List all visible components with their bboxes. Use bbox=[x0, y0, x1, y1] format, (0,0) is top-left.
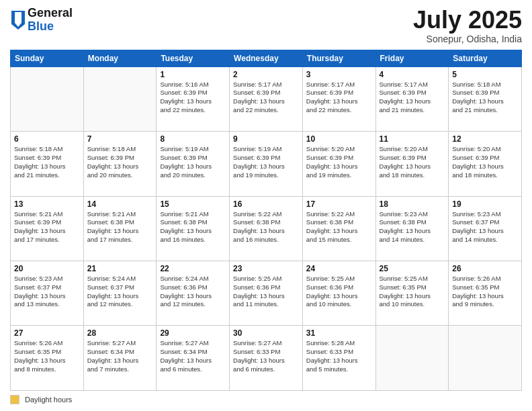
calendar-week-5: 27Sunrise: 5:26 AM Sunset: 6:35 PM Dayli… bbox=[11, 326, 522, 391]
day-number: 16 bbox=[233, 199, 299, 209]
header: General Blue July 2025 Sonepur, Odisha, … bbox=[10, 7, 522, 44]
calendar-cell: 5Sunrise: 5:18 AM Sunset: 6:39 PM Daylig… bbox=[449, 66, 522, 131]
logo-icon bbox=[11, 11, 25, 30]
day-info: Sunrise: 5:26 AM Sunset: 6:35 PM Dayligh… bbox=[14, 339, 80, 373]
calendar-cell: 13Sunrise: 5:21 AM Sunset: 6:39 PM Dayli… bbox=[11, 196, 84, 261]
day-info: Sunrise: 5:20 AM Sunset: 6:39 PM Dayligh… bbox=[452, 145, 518, 179]
weekday-header-wednesday: Wednesday bbox=[230, 50, 303, 66]
day-number: 24 bbox=[306, 264, 372, 273]
calendar-cell: 2Sunrise: 5:17 AM Sunset: 6:39 PM Daylig… bbox=[230, 66, 303, 131]
calendar-cell: 17Sunrise: 5:22 AM Sunset: 6:38 PM Dayli… bbox=[302, 196, 375, 261]
day-info: Sunrise: 5:24 AM Sunset: 6:37 PM Dayligh… bbox=[87, 275, 153, 309]
day-number: 25 bbox=[380, 264, 445, 273]
day-info: Sunrise: 5:19 AM Sunset: 6:39 PM Dayligh… bbox=[233, 145, 299, 179]
title-section: July 2025 Sonepur, Odisha, India bbox=[413, 7, 522, 44]
page: General Blue July 2025 Sonepur, Odisha, … bbox=[0, 0, 532, 411]
weekday-row: SundayMondayTuesdayWednesdayThursdayFrid… bbox=[11, 50, 522, 66]
day-info: Sunrise: 5:27 AM Sunset: 6:34 PM Dayligh… bbox=[160, 339, 226, 373]
day-number: 12 bbox=[452, 134, 518, 144]
calendar-cell: 30Sunrise: 5:27 AM Sunset: 6:33 PM Dayli… bbox=[230, 326, 303, 391]
day-number: 10 bbox=[306, 134, 372, 144]
calendar-cell: 25Sunrise: 5:25 AM Sunset: 6:35 PM Dayli… bbox=[375, 261, 449, 326]
calendar-body: 1Sunrise: 5:16 AM Sunset: 6:39 PM Daylig… bbox=[11, 66, 522, 390]
day-info: Sunrise: 5:23 AM Sunset: 6:37 PM Dayligh… bbox=[14, 275, 80, 309]
calendar-cell bbox=[83, 66, 157, 131]
calendar-cell: 1Sunrise: 5:16 AM Sunset: 6:39 PM Daylig… bbox=[157, 66, 230, 131]
weekday-header-friday: Friday bbox=[375, 50, 449, 66]
day-info: Sunrise: 5:28 AM Sunset: 6:33 PM Dayligh… bbox=[306, 339, 372, 373]
calendar-week-3: 13Sunrise: 5:21 AM Sunset: 6:39 PM Dayli… bbox=[11, 196, 522, 261]
calendar-cell: 8Sunrise: 5:19 AM Sunset: 6:39 PM Daylig… bbox=[157, 132, 230, 196]
calendar-cell: 28Sunrise: 5:27 AM Sunset: 6:34 PM Dayli… bbox=[83, 326, 157, 391]
calendar-cell: 20Sunrise: 5:23 AM Sunset: 6:37 PM Dayli… bbox=[11, 261, 84, 326]
day-number: 29 bbox=[160, 328, 226, 338]
day-number: 9 bbox=[233, 134, 299, 144]
day-info: Sunrise: 5:27 AM Sunset: 6:34 PM Dayligh… bbox=[87, 339, 153, 373]
day-info: Sunrise: 5:25 AM Sunset: 6:36 PM Dayligh… bbox=[306, 275, 372, 309]
day-info: Sunrise: 5:20 AM Sunset: 6:39 PM Dayligh… bbox=[380, 145, 445, 179]
day-number: 22 bbox=[160, 264, 226, 273]
calendar-cell: 27Sunrise: 5:26 AM Sunset: 6:35 PM Dayli… bbox=[11, 326, 84, 391]
day-number: 30 bbox=[233, 328, 299, 338]
day-info: Sunrise: 5:27 AM Sunset: 6:33 PM Dayligh… bbox=[233, 339, 299, 373]
weekday-header-monday: Monday bbox=[83, 50, 157, 66]
weekday-header-saturday: Saturday bbox=[449, 50, 522, 66]
calendar-cell: 14Sunrise: 5:21 AM Sunset: 6:38 PM Dayli… bbox=[83, 196, 157, 261]
day-number: 1 bbox=[160, 70, 226, 79]
day-info: Sunrise: 5:24 AM Sunset: 6:36 PM Dayligh… bbox=[160, 275, 226, 309]
calendar-cell: 6Sunrise: 5:18 AM Sunset: 6:39 PM Daylig… bbox=[11, 132, 84, 196]
day-number: 17 bbox=[306, 199, 372, 209]
day-info: Sunrise: 5:17 AM Sunset: 6:39 PM Dayligh… bbox=[306, 81, 372, 115]
daylight-swatch bbox=[10, 395, 19, 404]
day-info: Sunrise: 5:20 AM Sunset: 6:39 PM Dayligh… bbox=[306, 145, 372, 179]
calendar-cell: 11Sunrise: 5:20 AM Sunset: 6:39 PM Dayli… bbox=[375, 132, 449, 196]
calendar-cell: 19Sunrise: 5:23 AM Sunset: 6:37 PM Dayli… bbox=[449, 196, 522, 261]
calendar-week-4: 20Sunrise: 5:23 AM Sunset: 6:37 PM Dayli… bbox=[11, 261, 522, 326]
day-number: 31 bbox=[306, 328, 372, 338]
calendar-cell: 18Sunrise: 5:23 AM Sunset: 6:38 PM Dayli… bbox=[375, 196, 449, 261]
calendar-table: SundayMondayTuesdayWednesdayThursdayFrid… bbox=[10, 50, 522, 391]
day-info: Sunrise: 5:19 AM Sunset: 6:39 PM Dayligh… bbox=[160, 145, 226, 179]
calendar-cell: 23Sunrise: 5:25 AM Sunset: 6:36 PM Dayli… bbox=[230, 261, 303, 326]
day-info: Sunrise: 5:16 AM Sunset: 6:39 PM Dayligh… bbox=[160, 81, 226, 115]
day-number: 19 bbox=[452, 199, 518, 209]
weekday-header-sunday: Sunday bbox=[11, 50, 84, 66]
day-number: 4 bbox=[380, 70, 445, 79]
day-number: 7 bbox=[87, 134, 153, 144]
day-number: 21 bbox=[87, 264, 153, 273]
calendar-cell: 9Sunrise: 5:19 AM Sunset: 6:39 PM Daylig… bbox=[230, 132, 303, 196]
daylight-label: Daylight hours bbox=[25, 396, 72, 404]
day-info: Sunrise: 5:21 AM Sunset: 6:38 PM Dayligh… bbox=[160, 210, 226, 244]
day-number: 23 bbox=[233, 264, 299, 273]
logo: General Blue bbox=[10, 7, 73, 34]
logo-text: General Blue bbox=[28, 7, 73, 34]
calendar-header: SundayMondayTuesdayWednesdayThursdayFrid… bbox=[11, 50, 522, 66]
day-number: 13 bbox=[14, 199, 80, 209]
day-number: 14 bbox=[87, 199, 153, 209]
calendar-cell bbox=[449, 326, 522, 391]
day-info: Sunrise: 5:18 AM Sunset: 6:39 PM Dayligh… bbox=[452, 81, 518, 115]
calendar-cell: 7Sunrise: 5:18 AM Sunset: 6:39 PM Daylig… bbox=[83, 132, 157, 196]
footer: Daylight hours bbox=[10, 395, 522, 404]
day-number: 26 bbox=[452, 264, 518, 273]
calendar-cell: 15Sunrise: 5:21 AM Sunset: 6:38 PM Dayli… bbox=[157, 196, 230, 261]
day-number: 27 bbox=[14, 328, 80, 338]
day-number: 11 bbox=[380, 134, 445, 144]
day-info: Sunrise: 5:23 AM Sunset: 6:37 PM Dayligh… bbox=[452, 210, 518, 244]
calendar-cell: 26Sunrise: 5:26 AM Sunset: 6:35 PM Dayli… bbox=[449, 261, 522, 326]
day-info: Sunrise: 5:26 AM Sunset: 6:35 PM Dayligh… bbox=[452, 275, 518, 309]
day-number: 2 bbox=[233, 70, 299, 79]
day-info: Sunrise: 5:21 AM Sunset: 6:39 PM Dayligh… bbox=[14, 210, 80, 244]
day-number: 28 bbox=[87, 328, 153, 338]
calendar-cell: 4Sunrise: 5:17 AM Sunset: 6:39 PM Daylig… bbox=[375, 66, 449, 131]
day-info: Sunrise: 5:22 AM Sunset: 6:38 PM Dayligh… bbox=[306, 210, 372, 244]
day-number: 18 bbox=[380, 199, 445, 209]
weekday-header-thursday: Thursday bbox=[302, 50, 375, 66]
day-info: Sunrise: 5:23 AM Sunset: 6:38 PM Dayligh… bbox=[380, 210, 445, 244]
day-info: Sunrise: 5:21 AM Sunset: 6:38 PM Dayligh… bbox=[87, 210, 153, 244]
day-info: Sunrise: 5:22 AM Sunset: 6:38 PM Dayligh… bbox=[233, 210, 299, 244]
calendar-cell bbox=[11, 66, 84, 131]
calendar-cell: 12Sunrise: 5:20 AM Sunset: 6:39 PM Dayli… bbox=[449, 132, 522, 196]
calendar-cell bbox=[375, 326, 449, 391]
day-number: 15 bbox=[160, 199, 226, 209]
